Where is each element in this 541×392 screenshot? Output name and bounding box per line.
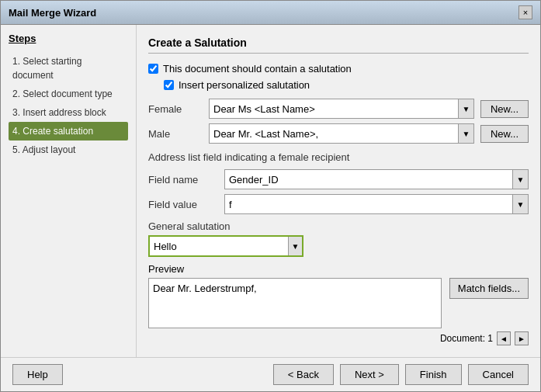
field-name-input[interactable] — [225, 172, 512, 188]
female-dropdown[interactable]: ▼ — [209, 99, 474, 119]
sidebar-item-insert-address-block[interactable]: 3. Insert address block — [9, 103, 128, 122]
preview-section: Preview Dear Mr. Lederstrumpf, Match fie… — [148, 263, 529, 345]
female-new-button[interactable]: New... — [480, 100, 529, 118]
personalized-checkbox[interactable] — [164, 80, 174, 90]
general-salutation-dropdown-arrow[interactable]: ▼ — [288, 237, 302, 255]
field-name-label: Field name — [148, 174, 218, 186]
nav-next-button[interactable]: ► — [515, 331, 529, 345]
sidebar-item-create-salutation[interactable]: 4. Create salutation — [9, 122, 128, 140]
title-bar: Mail Merge Wizard × — [1, 1, 540, 25]
document-label: Document: 1 — [440, 333, 493, 344]
male-new-button[interactable]: New... — [480, 125, 529, 143]
female-label: Female — [148, 103, 203, 115]
field-name-dropdown-arrow[interactable]: ▼ — [512, 170, 528, 189]
next-button[interactable]: Next > — [340, 364, 399, 385]
male-label: Male — [148, 128, 203, 140]
personalized-checkbox-row: Insert personalized salutation — [164, 79, 529, 91]
nav-prev-button[interactable]: ◄ — [497, 331, 511, 345]
male-input[interactable] — [210, 126, 458, 142]
salutation-checkbox[interactable] — [148, 64, 158, 74]
document-nav: Document: 1 ◄ ► — [148, 331, 529, 345]
sidebar-heading: Steps — [9, 33, 128, 44]
gender-form-grid: Female ▼ New... Male ▼ New... — [148, 99, 529, 144]
preview-row: Dear Mr. Lederstrumpf, Match fields... — [148, 278, 529, 328]
footer-left: Help — [12, 364, 63, 385]
field-value-dropdown[interactable]: ▼ — [224, 194, 529, 214]
field-name-dropdown[interactable]: ▼ — [224, 169, 529, 189]
section-title: Create a Salutation — [148, 36, 529, 54]
female-dropdown-arrow[interactable]: ▼ — [458, 99, 473, 118]
dialog-title: Mail Merge Wizard — [9, 7, 96, 19]
salutation-checkbox-row: This document should contain a salutatio… — [148, 63, 529, 75]
salutation-checkbox-label: This document should contain a salutatio… — [163, 63, 352, 75]
main-content: Create a Salutation This document should… — [137, 25, 540, 357]
close-button[interactable]: × — [518, 5, 532, 19]
address-note: Address list field indicating a female r… — [148, 151, 529, 163]
footer: Help < Back Next > Finish Cancel — [1, 357, 540, 391]
field-value-dropdown-arrow[interactable]: ▼ — [512, 195, 528, 213]
female-input[interactable] — [210, 101, 458, 117]
footer-right: < Back Next > Finish Cancel — [273, 364, 529, 385]
general-salutation-section: General salutation ▼ — [148, 220, 529, 257]
dialog-body: Steps 1. Select startingdocument 2. Sele… — [1, 25, 540, 357]
preview-label: Preview — [148, 263, 529, 275]
sidebar-item-select-document-type[interactable]: 2. Select document type — [9, 85, 128, 103]
field-value-input[interactable] — [225, 196, 512, 213]
general-salutation-label: General salutation — [148, 220, 529, 232]
help-button[interactable]: Help — [12, 364, 63, 385]
general-salutation-dropdown[interactable]: ▼ — [148, 235, 303, 257]
field-value-label: Field value — [148, 199, 218, 210]
back-button[interactable]: < Back — [273, 364, 334, 385]
preview-box: Dear Mr. Lederstrumpf, — [148, 278, 442, 328]
male-dropdown-arrow[interactable]: ▼ — [458, 124, 473, 143]
male-dropdown[interactable]: ▼ — [209, 123, 474, 144]
field-section: Field name ▼ Field value ▼ — [148, 169, 529, 214]
sidebar: Steps 1. Select startingdocument 2. Sele… — [1, 25, 137, 357]
preview-text: Dear Mr. Lederstrumpf, — [153, 283, 257, 294]
match-fields-button[interactable]: Match fields... — [449, 278, 529, 299]
sidebar-item-adjust-layout[interactable]: 5. Adjust layout — [9, 140, 128, 159]
finish-button[interactable]: Finish — [405, 364, 462, 385]
dialog: Mail Merge Wizard × Steps 1. Select star… — [0, 0, 541, 392]
cancel-button[interactable]: Cancel — [468, 364, 529, 385]
sidebar-item-select-starting-document[interactable]: 1. Select startingdocument — [9, 52, 128, 85]
personalized-checkbox-label: Insert personalized salutation — [179, 79, 310, 91]
general-salutation-input[interactable] — [150, 238, 288, 255]
